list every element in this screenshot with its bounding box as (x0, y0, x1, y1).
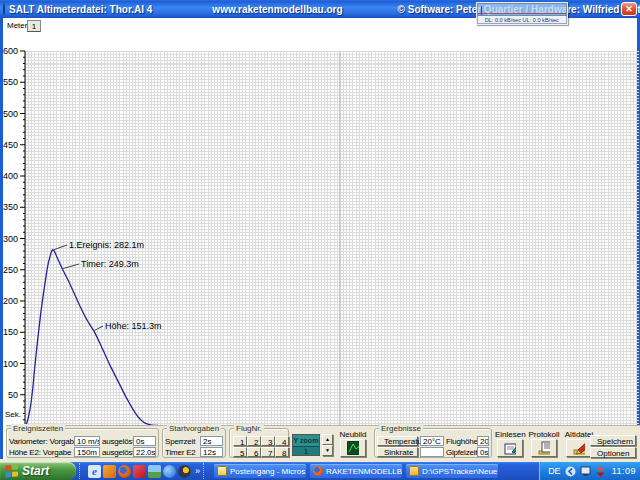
timer-e2-label: Timer E2 (165, 448, 198, 457)
altidatei-button[interactable] (566, 439, 592, 457)
group-startvorgaben: Startvorgaben Sperrzeit 2s Timer E2 12s (162, 428, 226, 458)
taskbar-separator (79, 463, 83, 479)
start-label: Start (22, 464, 49, 478)
y-tick-label: 100 (3, 359, 18, 369)
flight-number-button-2[interactable]: 2 (247, 436, 261, 446)
group-label: Ereigniszeiten (11, 424, 65, 433)
group-ergebnisse: Ergebnisse Temperatur 20°C Flughöhe 206m… (374, 428, 492, 458)
flight-number-button-5[interactable]: 5 (233, 447, 247, 457)
firefox-icon[interactable] (118, 465, 131, 478)
task-button[interactable]: RAKETENMODELLBAU... (310, 464, 402, 478)
app-globe-icon (3, 3, 5, 15)
flight-number-button-3[interactable]: 3 (261, 436, 275, 446)
temperatur-button[interactable]: Temperatur (377, 436, 418, 446)
app-orange-icon[interactable] (103, 465, 116, 478)
network-monitor-icon[interactable] (580, 466, 591, 477)
einlesen-tool: Einlesen (495, 428, 525, 458)
chart-area: 5010015020025030035040045050055060005101… (0, 18, 640, 459)
flughoehe-label: Flughöhe (446, 437, 475, 446)
y-zoom-value: 1 (293, 446, 319, 455)
flight-number-button-7[interactable]: 7 (261, 447, 275, 457)
flight-number-button-8[interactable]: 8 (275, 447, 289, 457)
sperrzeit-field[interactable]: 2s (200, 436, 223, 446)
ausgeloest-label: ausgelöst (102, 448, 131, 457)
clock[interactable]: 11:09 (612, 466, 636, 476)
sinkrate-button[interactable]: Sinkrate (377, 447, 418, 457)
messenger-icon[interactable] (163, 465, 176, 478)
task-label: D:\GPSTracker\Neue ... (422, 467, 498, 476)
protokoll-label: Protokoll (528, 430, 560, 439)
y-tick-label: 550 (3, 77, 18, 87)
quicklaunch-overflow-chevron[interactable]: » (195, 466, 200, 476)
y-tick-label: 250 (3, 265, 18, 275)
hoehe-e2-label: Höhe E2: Vorgabe (9, 448, 72, 457)
timer-e2-field[interactable]: 12s (200, 447, 223, 457)
du-meter-arrows-icon[interactable] (595, 466, 606, 477)
group-flugnr: FlugNr. 12345678 (229, 428, 289, 458)
y-tick-label: 350 (3, 202, 18, 212)
temperatur-field[interactable]: 20°C (420, 436, 444, 446)
x-axis-unit-label: Sek. (5, 410, 21, 419)
network-graph (477, 3, 567, 16)
media-red-icon[interactable] (133, 465, 146, 478)
y-zoom-control: Y zoom 1 (292, 434, 320, 456)
speichern-button[interactable]: Speichern (590, 435, 636, 446)
task-label: Posteingang - Micros... (230, 467, 306, 476)
sinkrate-field[interactable] (420, 447, 444, 457)
neubild-button[interactable] (340, 439, 366, 457)
outlook-envelope-icon (217, 466, 227, 476)
group-label: FlugNr. (234, 424, 264, 433)
task-label: RAKETENMODELLBAU... (326, 467, 402, 476)
y-tick-label: 200 (3, 296, 18, 306)
application-window: 5010015020025030035040045050055060005101… (0, 0, 640, 480)
flight-number-button-4[interactable]: 4 (275, 436, 289, 446)
protokoll-button[interactable] (531, 439, 557, 457)
y-zoom-up-button[interactable]: ▲ (322, 434, 333, 445)
tab-flight-1[interactable]: 1 (27, 20, 41, 32)
y-tick-label: 300 (3, 234, 18, 244)
start-button[interactable]: Start (0, 462, 76, 480)
ausgeloest-value-field[interactable]: 0s (133, 436, 156, 446)
flight-number-button-1[interactable]: 1 (233, 436, 247, 446)
close-button[interactable]: ✕ (621, 2, 637, 16)
read-data-icon (504, 442, 516, 455)
window-title: SALT Altimeterdatei: Thor.Al 4 (9, 4, 152, 15)
y-tick-label: 400 (3, 171, 18, 181)
variometer-label: Variometer: Vorgabe (9, 437, 72, 446)
task-button[interactable]: D:\GPSTracker\Neue ... (406, 464, 498, 478)
variometer-value-field[interactable]: 10 m/s (74, 436, 100, 446)
paint-icon[interactable] (148, 465, 161, 478)
hoehe-e2-value-field[interactable]: 150m (74, 447, 100, 457)
language-indicator[interactable]: DE (548, 466, 561, 476)
y-tick-label: 600 (3, 46, 18, 56)
title-website: www.raketenmodellbau.org (212, 4, 342, 15)
bottom-panel: Ereigniszeiten Variometer: Vorgabe 10 m/… (6, 425, 640, 459)
y-zoom-down-button[interactable]: ▼ (322, 445, 333, 456)
network-rates: DL: 0.0 kB/sec UL: 0.0 kB/sec (477, 16, 567, 24)
collapse-chevron-icon[interactable] (565, 466, 576, 477)
y-tick-label: 50 (8, 390, 18, 400)
neubild-label: Neubild (336, 430, 370, 439)
einlesen-button[interactable] (497, 439, 523, 457)
ausgeloest-value-field[interactable]: 22.0s (133, 447, 156, 457)
chart-screen-icon (347, 441, 359, 455)
windows-flag-icon (5, 464, 18, 477)
optionen-button[interactable]: Optionen (590, 447, 636, 458)
network-meter-overlay[interactable]: DL: 0.0 kB/sec UL: 0.0 kB/sec (476, 2, 568, 25)
task-button[interactable]: Posteingang - Micros... (214, 464, 306, 478)
einlesen-label: Einlesen (495, 430, 525, 439)
flight-number-button-6[interactable]: 6 (247, 447, 261, 457)
protokoll-tool: Protokoll (528, 428, 560, 458)
ausgeloest-label: ausgelöst (102, 437, 131, 446)
group-label: Ergebnisse (379, 424, 423, 433)
ie-icon[interactable]: e (88, 465, 101, 478)
taskbar: Start e » Posteingang - Micros...RAKETEN… (0, 462, 640, 480)
group-ereigniszeiten: Ereigniszeiten Variometer: Vorgabe 10 m/… (6, 428, 159, 458)
gipfelzeit-field[interactable]: 0s (477, 447, 489, 457)
printer-document-icon (538, 441, 550, 455)
y-tick-label: 150 (3, 327, 18, 337)
y-zoom-label: Y zoom (293, 435, 319, 446)
globe-dark-icon[interactable] (178, 465, 191, 478)
y-tick-label: 450 (3, 140, 18, 150)
flughoehe-field[interactable]: 206m (477, 436, 489, 446)
